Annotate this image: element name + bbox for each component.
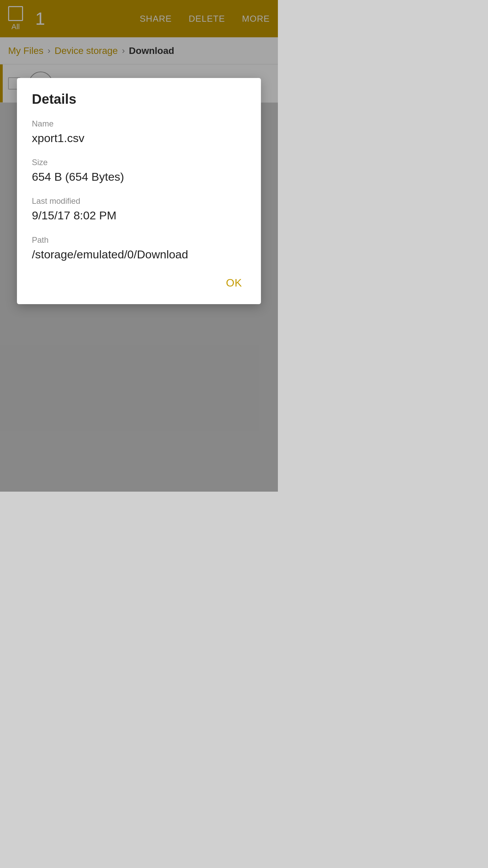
size-value: 654 B (654 Bytes) <box>32 169 246 184</box>
path-value: /storage/emulated/0/Download <box>32 247 246 262</box>
last-modified-value: 9/15/17 8:02 PM <box>32 208 246 223</box>
last-modified-label: Last modified <box>32 196 246 206</box>
dialog-actions: OK <box>32 274 246 292</box>
dialog-title: Details <box>32 92 246 107</box>
path-label: Path <box>32 235 246 245</box>
ok-button[interactable]: OK <box>222 274 246 292</box>
name-value: xport1.csv <box>32 131 246 145</box>
details-dialog: Details Name xport1.csv Size 654 B (654 … <box>17 78 261 304</box>
name-label: Name <box>32 119 246 129</box>
size-label: Size <box>32 158 246 167</box>
